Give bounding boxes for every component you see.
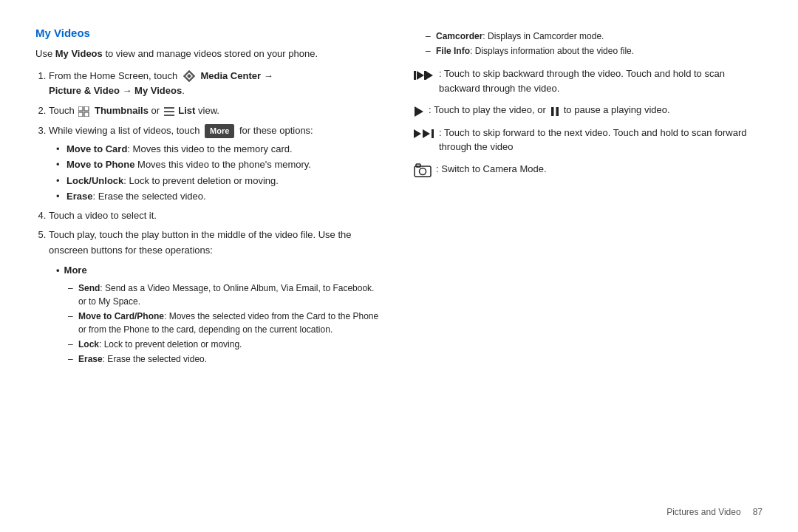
camera-mode-text: : Switch to Camera Mode.	[436, 162, 547, 177]
svg-rect-6	[84, 112, 89, 117]
svg-rect-5	[78, 112, 83, 117]
svg-marker-11	[417, 71, 424, 80]
thumbnails-icon	[78, 106, 90, 117]
step-1: From the Home Screen, touch Media Center…	[49, 69, 384, 100]
step-3: While viewing a list of videos, touch Mo…	[49, 123, 384, 204]
svg-rect-3	[78, 106, 83, 111]
step-4: Touch a video to select it.	[49, 208, 384, 224]
camera-mode-icon	[414, 163, 432, 178]
option-erase: Erase: Erase the selected video.	[56, 189, 384, 204]
step-5: Touch play, touch the play button in the…	[49, 228, 384, 365]
svg-marker-18	[423, 129, 430, 138]
svg-rect-16	[556, 107, 559, 116]
footer-page: 87	[753, 507, 763, 517]
intro-text: Use My Videos to view and manage videos …	[35, 47, 384, 61]
skip-back-bullet: : Touch to skip backward through the vid…	[414, 66, 763, 95]
more-section: More Send: Send as a Video Message, to O…	[49, 263, 384, 366]
options-list: Move to Card: Moves this video to the me…	[49, 142, 384, 204]
left-column: My Videos Use My Videos to view and mana…	[35, 27, 384, 505]
play-text: : Touch to play the video, or	[429, 103, 546, 117]
list-icon	[164, 106, 174, 117]
sub-lock: Lock: Lock to prevent deletion or moving…	[68, 338, 384, 351]
svg-rect-13	[424, 71, 426, 80]
right-column: Camcorder: Displays in Camcorder mode. F…	[414, 27, 763, 505]
svg-rect-9	[164, 115, 174, 116]
svg-marker-14	[415, 106, 423, 117]
skip-back-text: : Touch to skip backward through the vid…	[439, 66, 763, 95]
svg-marker-17	[414, 129, 421, 138]
svg-point-21	[420, 168, 426, 175]
option-move-to-card: Move to Card: Moves this video to the me…	[56, 142, 384, 157]
svg-rect-19	[432, 129, 434, 138]
camera-mode-bullet: : Switch to Camera Mode.	[414, 162, 763, 178]
svg-rect-15	[551, 107, 554, 116]
right-sub-list: Camcorder: Displays in Camcorder mode. F…	[414, 30, 763, 58]
pause-icon	[550, 103, 559, 118]
pause-text: to pause a playing video.	[564, 103, 670, 117]
media-center-icon	[183, 69, 196, 83]
page-title: My Videos	[35, 27, 384, 39]
sub-erase: Erase: Erase the selected video.	[68, 352, 384, 366]
footer: Pictures and Video 87	[666, 507, 763, 517]
page-container: My Videos Use My Videos to view and mana…	[0, 0, 798, 532]
option-move-to-phone: Move to Phone Moves this video to the ph…	[56, 157, 384, 172]
camcorder-item: Camcorder: Displays in Camcorder mode.	[426, 30, 763, 43]
skip-fwd-bullet: : Touch to skip forward to the next vide…	[414, 126, 763, 154]
play-pause-bullet: : Touch to play the video, or to pause a…	[414, 103, 763, 118]
svg-rect-4	[84, 106, 89, 111]
steps-list: From the Home Screen, touch Media Center…	[35, 69, 384, 366]
play-icon	[414, 103, 424, 118]
svg-rect-8	[164, 111, 174, 112]
svg-rect-7	[164, 107, 174, 109]
file-info-item: File Info: Displays information about th…	[426, 44, 763, 58]
skip-back-icon	[414, 67, 434, 82]
sub-send: Send: Send as a Video Message, to Online…	[68, 282, 384, 308]
skip-fwd-icon	[414, 126, 434, 141]
option-lock-unlock: Lock/Unlock: Lock to prevent deletion or…	[56, 174, 384, 188]
svg-marker-12	[426, 71, 433, 80]
sub-move-card-phone: Move to Card/Phone: Moves the selected v…	[68, 310, 384, 336]
more-label: More	[56, 263, 384, 279]
svg-rect-10	[414, 71, 416, 80]
step-2: Touch Thumbnails or Lis	[49, 103, 384, 119]
svg-rect-22	[416, 164, 420, 167]
more-sub-list: Send: Send as a Video Message, to Online…	[56, 282, 384, 366]
right-bullets-list: : Touch to skip backward through the vid…	[414, 66, 763, 177]
footer-label: Pictures and Video	[666, 507, 741, 517]
more-button: More	[205, 124, 234, 138]
skip-fwd-text: : Touch to skip forward to the next vide…	[439, 126, 763, 154]
